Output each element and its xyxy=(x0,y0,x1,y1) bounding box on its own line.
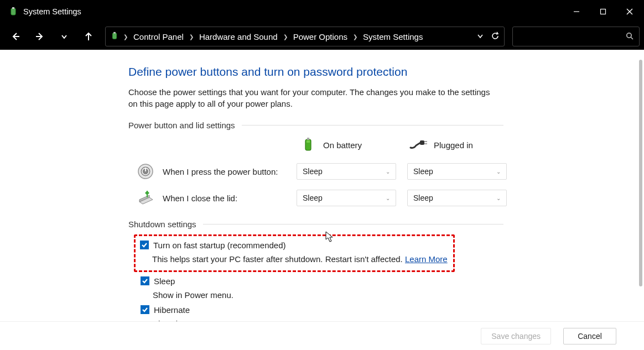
svg-rect-16 xyxy=(420,140,424,145)
highlight-annotation: Turn on fast startup (recommended) This … xyxy=(134,234,455,272)
crumb-power-options[interactable]: Power Options xyxy=(293,32,347,41)
up-button[interactable] xyxy=(77,25,100,48)
scrollbar[interactable] xyxy=(636,50,644,315)
learn-more-link[interactable]: Learn More xyxy=(405,254,448,264)
svg-point-11 xyxy=(627,33,631,37)
plug-icon xyxy=(409,135,428,154)
chevron-down-icon: ⌄ xyxy=(496,169,501,175)
crumb-control-panel[interactable]: Control Panel xyxy=(133,32,184,41)
scrollbar-thumb[interactable] xyxy=(639,60,642,286)
checkbox-fast-startup[interactable] xyxy=(140,241,149,249)
section-label: Shutdown settings xyxy=(128,220,196,229)
maximize-button[interactable] xyxy=(590,0,616,23)
content-area: Define power buttons and turn on passwor… xyxy=(0,50,644,350)
label-sleep: Sleep xyxy=(154,275,175,287)
page-title: Define power buttons and turn on passwor… xyxy=(128,65,503,79)
section-label: Power button and lid settings xyxy=(128,121,235,130)
svg-rect-1 xyxy=(12,7,14,9)
dropdown-lid-plugged[interactable]: Sleep ⌄ xyxy=(407,190,507,206)
chevron-right-icon: ❯ xyxy=(353,34,357,40)
chevron-right-icon: ❯ xyxy=(283,34,288,40)
crumb-hardware-sound[interactable]: Hardware and Sound xyxy=(199,32,278,41)
checkbox-hibernate[interactable] xyxy=(141,305,149,314)
cancel-button[interactable]: Cancel xyxy=(563,328,616,344)
navbar: ❯ Control Panel ❯ Hardware and Sound ❯ P… xyxy=(0,23,644,50)
column-on-battery: On battery xyxy=(297,135,407,154)
svg-rect-10 xyxy=(113,32,116,33)
forward-button[interactable] xyxy=(29,25,51,48)
laptop-lid-icon xyxy=(136,189,155,207)
crumb-system-settings[interactable]: System Settings xyxy=(363,32,423,41)
power-options-icon xyxy=(110,32,119,42)
recent-dropdown-button[interactable] xyxy=(53,25,75,48)
svg-rect-9 xyxy=(112,33,116,39)
chevron-right-icon: ❯ xyxy=(123,34,128,40)
section-power-button-lid: Power button and lid settings xyxy=(128,121,503,130)
minimize-button[interactable] xyxy=(563,0,590,23)
label-fast-startup: Turn on fast startup (recommended) xyxy=(153,239,286,251)
section-shutdown: Shutdown settings xyxy=(128,220,503,229)
battery-icon xyxy=(299,135,318,154)
svg-rect-15 xyxy=(307,140,310,143)
label-hibernate: Hibernate xyxy=(154,304,190,316)
chevron-down-icon: ⌄ xyxy=(496,195,501,201)
dropdown-power-button-plugged[interactable]: Sleep ⌄ xyxy=(407,163,507,180)
chevron-down-icon: ⌄ xyxy=(386,169,390,175)
power-button-icon xyxy=(136,162,155,181)
titlebar: System Settings xyxy=(0,0,644,23)
row-close-lid: When I close the lid: xyxy=(136,189,297,207)
page-description: Choose the power settings that you want … xyxy=(128,86,499,109)
address-bar[interactable]: ❯ Control Panel ❯ Hardware and Sound ❯ P… xyxy=(105,27,505,46)
checkbox-sleep[interactable] xyxy=(141,276,149,285)
save-button[interactable]: Save changes xyxy=(481,328,551,344)
back-button[interactable] xyxy=(4,25,27,48)
chevron-down-icon: ⌄ xyxy=(386,195,390,201)
dropdown-lid-battery[interactable]: Sleep ⌄ xyxy=(297,190,396,206)
breadcrumb: ❯ Control Panel ❯ Hardware and Sound ❯ P… xyxy=(123,32,423,41)
desc-sleep: Show in Power menu. xyxy=(153,289,503,301)
dropdown-power-button-battery[interactable]: Sleep ⌄ xyxy=(297,163,396,180)
svg-rect-3 xyxy=(601,9,606,14)
address-dropdown-button[interactable] xyxy=(476,32,484,41)
row-power-button: When I press the power button: xyxy=(136,162,297,181)
search-icon xyxy=(626,32,633,41)
svg-rect-0 xyxy=(11,8,15,15)
svg-line-12 xyxy=(631,37,633,39)
window-title: System Settings xyxy=(23,7,81,16)
svg-rect-14 xyxy=(307,138,309,140)
desc-fast-startup: This helps start your PC faster after sh… xyxy=(152,253,450,265)
close-button[interactable] xyxy=(616,0,643,23)
search-input[interactable] xyxy=(512,27,640,46)
footer: Save changes Cancel xyxy=(0,321,644,350)
refresh-button[interactable] xyxy=(491,32,500,42)
chevron-right-icon: ❯ xyxy=(189,34,194,40)
power-options-icon xyxy=(8,6,19,17)
column-plugged-in: Plugged in xyxy=(407,135,518,154)
